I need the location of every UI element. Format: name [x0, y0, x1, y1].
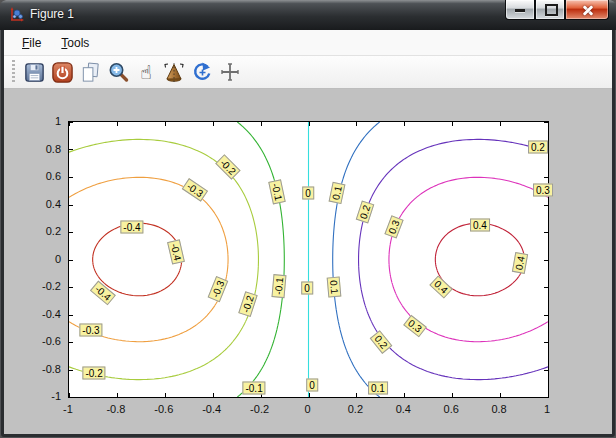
- rotate-button[interactable]: [161, 59, 187, 85]
- minimize-icon: [515, 9, 525, 12]
- plot-axes[interactable]: [68, 121, 549, 398]
- crosshair-button[interactable]: [217, 59, 243, 85]
- contour-label: -0.1: [242, 382, 265, 395]
- contour-label: -0.4: [120, 221, 143, 234]
- x-tick-label: 0.6: [444, 403, 459, 415]
- x-tick-label: -0.4: [202, 403, 221, 415]
- contour-label: -0.1: [271, 274, 286, 298]
- pan-hand-icon: ☝: [140, 61, 152, 83]
- y-tick-label: 0.6: [16, 170, 61, 182]
- contour-label: -0.2: [82, 367, 105, 380]
- x-tick-label: -1: [63, 403, 73, 415]
- y-tick-label: -1: [16, 390, 61, 402]
- y-tick-label: 0.2: [16, 225, 61, 237]
- copy-button[interactable]: [77, 59, 103, 85]
- contour-label: 0.3: [533, 184, 553, 197]
- save-button[interactable]: [21, 59, 47, 85]
- maximize-button[interactable]: [535, 0, 565, 20]
- menu-bar: File Tools: [4, 30, 612, 56]
- y-tick-label: -0.8: [16, 363, 61, 375]
- contour-label: 0.1: [327, 276, 342, 297]
- toolbar: ☝: [4, 56, 612, 89]
- contour-label: 0.1: [368, 382, 388, 395]
- x-tick-label: 0.2: [348, 403, 363, 415]
- figure-window: Figure 1 File Tools: [0, 0, 616, 438]
- y-tick-label: 0.4: [16, 198, 61, 210]
- title-bar[interactable]: Figure 1: [0, 0, 616, 30]
- x-tick-label: 0.4: [396, 403, 411, 415]
- y-tick-label: 1: [16, 115, 61, 127]
- x-tick-label: 0: [304, 403, 310, 415]
- x-tick-label: -0.2: [250, 403, 269, 415]
- toolbar-grip[interactable]: [12, 60, 15, 84]
- client-area: File Tools: [4, 30, 612, 434]
- menu-file[interactable]: File: [12, 33, 51, 53]
- zoom-in-icon: [106, 60, 130, 84]
- contour-label: 0: [301, 282, 313, 295]
- contour-label: 0.4: [470, 218, 490, 231]
- power-icon: [51, 61, 74, 84]
- minimize-button[interactable]: [505, 0, 535, 20]
- figure-app-icon: [8, 6, 26, 24]
- contour-label: 0: [302, 187, 314, 200]
- contour-label: 0.2: [528, 140, 548, 153]
- figure-area: -1-0.8-0.6-0.4-0.200.20.40.60.81-1-0.8-0…: [4, 89, 612, 434]
- crosshair-icon: [218, 60, 242, 84]
- y-tick-label: -0.4: [16, 308, 61, 320]
- y-tick-label: 0: [16, 253, 61, 265]
- y-tick-label: -0.2: [16, 280, 61, 292]
- contour-canvas[interactable]: [69, 122, 548, 397]
- x-tick-label: -0.8: [106, 403, 125, 415]
- power-button[interactable]: [49, 59, 75, 85]
- y-tick-label: -0.6: [16, 335, 61, 347]
- autoscale-button[interactable]: [189, 59, 215, 85]
- zoom-in-button[interactable]: [105, 59, 131, 85]
- x-tick-label: -0.6: [154, 403, 173, 415]
- menu-tools[interactable]: Tools: [51, 33, 99, 53]
- contour-label: -0.3: [79, 324, 102, 337]
- close-button[interactable]: [565, 0, 609, 20]
- x-tick-label: 0.8: [491, 403, 506, 415]
- pan-button[interactable]: ☝: [133, 59, 159, 85]
- y-tick-label: 0.8: [16, 143, 61, 155]
- maximize-icon: [545, 4, 558, 16]
- rotate-icon: [162, 60, 186, 84]
- x-tick-label: 1: [544, 403, 550, 415]
- contour-label: 0: [306, 379, 318, 392]
- save-icon: [23, 61, 46, 84]
- window-title: Figure 1: [30, 0, 74, 29]
- copy-icon: [79, 61, 102, 84]
- caption-buttons: [505, 0, 609, 20]
- close-icon: [582, 4, 594, 16]
- autoscale-icon: [190, 60, 214, 84]
